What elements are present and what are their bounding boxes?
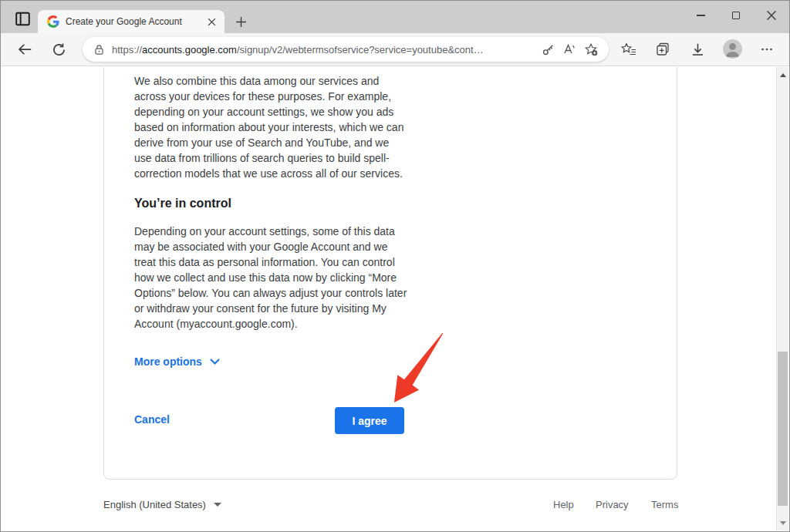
back-icon[interactable]	[16, 41, 33, 58]
profile-avatar[interactable]	[723, 39, 742, 59]
url-host: accounts.google.com	[142, 44, 237, 56]
vertical-scrollbar[interactable]	[776, 67, 788, 530]
language-selector[interactable]: English (United States)	[103, 499, 221, 510]
window-controls	[683, 1, 789, 33]
minimize-icon[interactable]	[683, 1, 718, 30]
window-close-icon[interactable]	[754, 1, 789, 30]
add-favorite-icon[interactable]	[582, 41, 599, 58]
language-label: English (United States)	[103, 499, 206, 510]
settings-menu-icon[interactable]	[758, 40, 776, 59]
browser-tab-active[interactable]: Create your Google Account	[38, 10, 225, 33]
terms-paragraph-2: Depending on your account settings, some…	[134, 224, 407, 332]
scrollbar-thumb[interactable]	[778, 352, 788, 506]
url-text[interactable]: https://accounts.google.com/signup/v2/we…	[112, 44, 535, 56]
page-content: We also combine this data among our serv…	[1, 67, 789, 531]
tab-close-icon[interactable]	[204, 15, 218, 29]
terms-paragraph-1: We also combine this data among our serv…	[134, 73, 407, 181]
cancel-link[interactable]: Cancel	[134, 413, 170, 426]
read-aloud-icon[interactable]	[561, 41, 578, 58]
footer-link-privacy[interactable]: Privacy	[596, 499, 629, 510]
scroll-up-icon[interactable]	[777, 69, 788, 81]
google-favicon-icon	[47, 15, 59, 28]
maximize-icon[interactable]	[718, 1, 754, 30]
caret-down-icon	[214, 503, 221, 507]
tab-actions-menu-icon[interactable]	[13, 10, 32, 27]
password-key-icon[interactable]	[539, 41, 556, 58]
tab-strip: Create your Google Account	[1, 1, 789, 33]
i-agree-button[interactable]: I agree	[335, 407, 404, 434]
lock-icon[interactable]	[90, 41, 107, 58]
url-scheme: https://	[112, 44, 142, 56]
more-options-link[interactable]: More options	[134, 355, 220, 368]
new-tab-icon[interactable]	[231, 13, 250, 30]
chevron-down-icon	[210, 359, 220, 365]
section-heading: You’re in control	[134, 197, 231, 210]
collections-icon[interactable]	[653, 40, 672, 59]
refresh-icon[interactable]	[50, 41, 67, 58]
footer-link-terms[interactable]: Terms	[651, 499, 678, 510]
favorites-bar-icon[interactable]	[620, 40, 638, 59]
scroll-down-icon[interactable]	[777, 517, 788, 529]
url-path: /signup/v2/webtermsofservice?service=you…	[237, 44, 484, 56]
tab-title: Create your Google Account	[66, 16, 198, 27]
browser-window: Create your Google Account https://accou…	[0, 0, 790, 532]
footer-link-help[interactable]: Help	[553, 499, 574, 510]
address-bar[interactable]: https://accounts.google.com/signup/v2/we…	[83, 37, 609, 62]
downloads-icon[interactable]	[688, 40, 707, 59]
more-options-label: More options	[134, 355, 202, 368]
